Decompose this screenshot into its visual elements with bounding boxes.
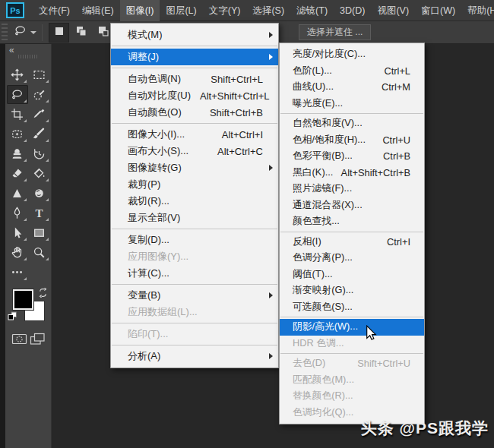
image-menu-item-canvas-size[interactable]: 画布大小(S)...Alt+Ctrl+C (111, 143, 278, 159)
type-tool[interactable]: T (29, 203, 50, 222)
adjust-submenu-item-levels[interactable]: 色阶(L)...Ctrl+L (280, 63, 424, 80)
menu-item-shortcut: Alt+Shift+Ctrl+L (191, 90, 269, 102)
adjust-submenu-item-brightness-contrast[interactable]: 亮度/对比度(C)... (280, 46, 424, 63)
edit-toolbar[interactable] (7, 263, 28, 282)
menu-bar: Ps 文件(F)编辑(E)图像(I)图层(L)文字(Y)选择(S)滤镜(T)3D… (0, 0, 494, 21)
adjust-submenu-item-color-balance[interactable]: 色彩平衡(B)...Ctrl+B (280, 148, 424, 165)
menubar-window[interactable]: 窗口(W) (415, 0, 461, 21)
menubar-type[interactable]: 文字(Y) (203, 0, 247, 21)
adjust-submenu-item-vibrance[interactable]: 自然饱和度(V)... (280, 115, 424, 132)
crop-tool[interactable] (7, 105, 28, 124)
quick-mask-button[interactable] (11, 333, 27, 349)
menubar-image[interactable]: 图像(I) (120, 0, 160, 21)
blur-tool[interactable] (7, 184, 28, 203)
menu-item-shortcut: Shift+Ctrl+B (201, 107, 263, 118)
new-selection-button[interactable] (49, 23, 69, 43)
image-menu-item-image-rotation[interactable]: 图像旋转(G) (111, 159, 278, 176)
image-menu-item-calculations[interactable]: 计算(C)... (111, 265, 278, 282)
adjust-submenu-separator (280, 317, 423, 317)
image-menu-item-auto-color[interactable]: 自动颜色(O)Shift+Ctrl+B (111, 104, 278, 121)
image-menu-item-analysis[interactable]: 分析(A) (111, 348, 278, 364)
image-menu-separator (112, 46, 277, 46)
spot-healing-brush-tool-icon (11, 128, 24, 140)
menu-item-label: 裁切(R)... (128, 194, 169, 208)
history-brush-tool[interactable] (29, 144, 50, 163)
subtract-from-selection-icon (97, 25, 109, 40)
image-menu-item-adjustments[interactable]: 调整(J) (111, 49, 278, 65)
image-menu-item-auto-contrast[interactable]: 自动对比度(U)Alt+Shift+Ctrl+L (111, 87, 278, 104)
menubar-3d[interactable]: 3D(D) (334, 0, 371, 21)
paint-bucket-tool[interactable] (29, 164, 50, 183)
menubar-help[interactable]: 帮助(H) (461, 0, 494, 21)
flyout-indicator (24, 139, 27, 142)
adjust-submenu-item-invert[interactable]: 反相(I)Ctrl+I (280, 234, 424, 251)
rectangle-tool[interactable] (29, 223, 50, 242)
menubar-file[interactable]: 文件(F) (33, 0, 76, 21)
image-menu-item-mode[interactable]: 模式(M) (111, 27, 278, 43)
adjust-submenu-item-hue-saturation[interactable]: 色相/饱和度(H)...Ctrl+U (280, 132, 424, 149)
adjust-submenu-item-match-color: 匹配颜色(M)... (280, 372, 424, 389)
default-colors-icon[interactable] (8, 311, 17, 324)
adjust-submenu-item-photo-filter[interactable]: 照片滤镜(F)... (280, 181, 424, 197)
submenu-arrow-icon (269, 32, 273, 38)
menubar-edit[interactable]: 编辑(E) (76, 0, 120, 21)
tools-panel-grip[interactable] (18, 55, 38, 58)
foreground-color-swatch[interactable] (13, 289, 33, 310)
adjust-submenu-item-selective-color[interactable]: 可选颜色(S)... (280, 299, 424, 316)
rectangle-tool-icon (33, 226, 46, 239)
screen-mode-button[interactable] (30, 333, 46, 349)
menu-item-shortcut: Ctrl+U (376, 134, 410, 146)
adjust-submenu-item-exposure[interactable]: 曝光度(E)... (280, 96, 424, 112)
image-menu-item-reveal-all[interactable]: 显示全部(V) (111, 210, 278, 226)
menu-item-label: 自然饱和度(V)... (293, 117, 363, 130)
options-bar-grip-handle[interactable] (2, 24, 8, 42)
image-menu-item-crop[interactable]: 裁剪(P) (111, 176, 278, 193)
menu-item-label: 色阶(L)... (293, 65, 332, 77)
menubar-layer[interactable]: 图层(L) (160, 0, 202, 21)
menu-item-label: 分析(A) (128, 349, 160, 363)
image-menu-item-duplicate[interactable]: 复制(D)... (111, 232, 278, 248)
move-tool[interactable] (7, 65, 28, 84)
pen-tool[interactable] (7, 203, 28, 222)
lasso-tool[interactable] (7, 85, 28, 104)
select-and-mask-button[interactable]: 选择并遮住 ... (299, 24, 371, 40)
rectangular-marquee-tool[interactable] (29, 65, 50, 84)
add-to-selection-button[interactable] (71, 23, 91, 43)
adjust-submenu-item-posterize[interactable]: 色调分离(P)... (280, 250, 424, 267)
image-menu-item-auto-tone[interactable]: 自动色调(N)Shift+Ctrl+L (111, 71, 278, 87)
adjust-submenu-item-channel-mixer[interactable]: 通道混合器(X)... (280, 197, 424, 214)
menu-item-label: 图像大小(I)... (128, 128, 185, 141)
adjust-submenu-item-curves[interactable]: 曲线(U)...Ctrl+M (280, 79, 424, 96)
tool-preset-picker[interactable] (14, 24, 36, 40)
hand-tool[interactable] (7, 243, 28, 262)
adjust-submenu-item-gradient-map[interactable]: 渐变映射(G)... (280, 282, 424, 299)
swap-colors-icon[interactable] (38, 287, 48, 301)
flyout-indicator (46, 218, 49, 221)
spot-healing-brush-tool[interactable] (7, 125, 28, 144)
zoom-tool[interactable] (29, 243, 50, 262)
adjust-submenu-item-color-lookup[interactable]: 颜色查找... (280, 213, 424, 230)
flyout-indicator (46, 139, 49, 142)
adjust-submenu-item-black-white[interactable]: 黑白(K)...Alt+Shift+Ctrl+B (280, 165, 424, 181)
image-menu-item-image-size[interactable]: 图像大小(I)...Alt+Ctrl+I (111, 126, 278, 143)
menubar-select[interactable]: 选择(S) (246, 0, 290, 21)
adjust-submenu-separator (280, 232, 423, 232)
menubar-view[interactable]: 视图(V) (371, 0, 415, 21)
eyedropper-tool[interactable] (29, 105, 50, 124)
menu-item-label: 通道混合器(X)... (293, 199, 363, 212)
collapse-panel-button[interactable]: « (9, 45, 14, 55)
flyout-indicator (24, 218, 27, 221)
quick-selection-tool[interactable] (29, 85, 50, 104)
clone-stamp-tool[interactable] (7, 144, 28, 163)
path-selection-tool[interactable] (7, 223, 28, 242)
dodge-tool[interactable] (29, 184, 50, 203)
image-menu-item-variables[interactable]: 变量(B) (111, 287, 278, 304)
image-menu-item-trim[interactable]: 裁切(R)... (111, 193, 278, 210)
menubar-filter[interactable]: 滤镜(T) (290, 0, 334, 21)
flyout-indicator (46, 119, 49, 122)
adjust-submenu-item-shadows-highlights[interactable]: 阴影/高光(W)... (280, 319, 424, 336)
eraser-tool[interactable] (7, 164, 28, 183)
menu-item-shortcut: Alt+Shift+Ctrl+B (335, 167, 410, 178)
brush-tool[interactable] (29, 125, 50, 144)
adjust-submenu-item-threshold[interactable]: 阈值(T)... (280, 267, 424, 283)
